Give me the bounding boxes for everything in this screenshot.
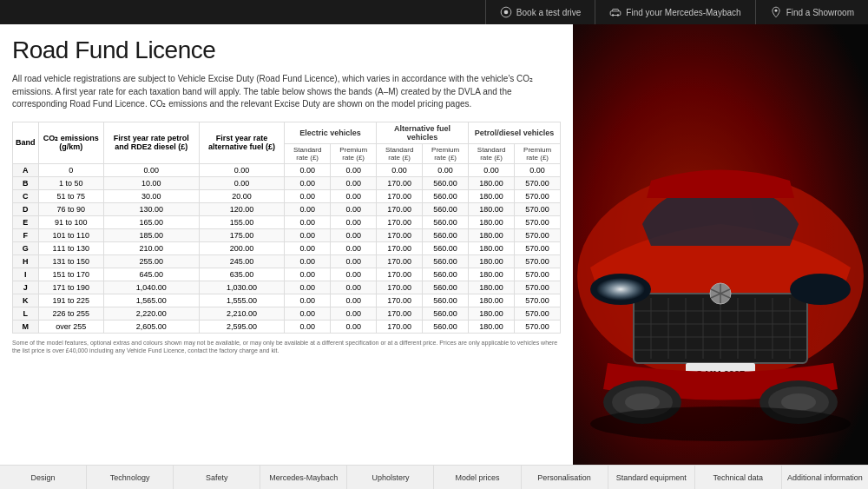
car-image: S·MM 2237	[573, 24, 868, 465]
table-row: B 1 to 50 10.00 0.00 0.00 0.00 170.00 56…	[13, 176, 561, 189]
bottom-nav-item-technical-data[interactable]: Technical data	[695, 466, 782, 489]
table-row: M over 255 2,605.00 2,595.00 0.00 0.00 1…	[13, 320, 561, 333]
nav-find-maybach-label: Find your Mercedes-Maybach	[626, 8, 740, 17]
table-row: K 191 to 225 1,565.00 1,555.00 0.00 0.00…	[13, 294, 561, 307]
svg-point-5	[774, 10, 777, 12]
footer-note: Some of the model features, optional ext…	[12, 339, 561, 354]
table-row: I 151 to 170 645.00 635.00 0.00 0.00 170…	[13, 268, 561, 281]
left-panel: Road Fund Licence All road vehicle regis…	[0, 24, 573, 465]
col-alt-prem: Premium rate (£)	[423, 143, 469, 163]
bottom-nav-item-standard-equipment[interactable]: Standard equipment	[608, 466, 695, 489]
bottom-nav-item-upholstery[interactable]: Upholstery	[347, 466, 434, 489]
svg-point-3	[612, 14, 614, 16]
nav-book-test[interactable]: Book a test drive	[485, 0, 595, 24]
bottom-nav-item-design[interactable]: Design	[0, 466, 87, 489]
bottom-nav-item-safety[interactable]: Safety	[174, 466, 260, 489]
svg-point-4	[617, 14, 619, 16]
svg-point-1	[504, 10, 509, 15]
nav-book-test-label: Book a test drive	[516, 8, 581, 17]
page-title: Road Fund Licence	[12, 36, 561, 64]
bottom-nav-item-additional-information[interactable]: Additional information	[782, 466, 868, 489]
col-alt-std: Standard rate (£)	[377, 143, 423, 163]
svg-point-35	[625, 393, 660, 411]
col-first-year-petrol: First year rate petrol and RDE2 diesel (…	[103, 122, 199, 163]
nav-find-showroom-label: Find a Showroom	[786, 8, 854, 17]
right-panel: S·MM 2237	[573, 24, 868, 465]
col-ev-std: Standard rate (£)	[285, 143, 331, 163]
table-row: C 51 to 75 30.00 20.00 0.00 0.00 170.00 …	[13, 189, 561, 202]
table-row: L 226 to 255 2,220.00 2,210.00 0.00 0.00…	[13, 307, 561, 320]
svg-rect-2	[611, 11, 621, 16]
col-first-year-alt: First year rate alternative fuel (£)	[199, 122, 284, 163]
table-row: F 101 to 110 185.00 175.00 0.00 0.00 170…	[13, 228, 561, 241]
header-petrol: Petrol/diesel vehicles	[468, 122, 560, 143]
col-band: Band	[13, 122, 39, 163]
col-co2: CO₂ emissions (g/km)	[38, 122, 103, 163]
main-content: Road Fund Licence All road vehicle regis…	[0, 24, 868, 465]
tax-table: Band CO₂ emissions (g/km) First year rat…	[12, 122, 561, 334]
col-pet-std: Standard rate (£)	[468, 143, 514, 163]
bottom-nav-item-mercedes-maybach[interactable]: Mercedes-Maybach	[260, 466, 347, 489]
svg-point-25	[596, 278, 645, 301]
bottom-nav-item-technology[interactable]: Technology	[87, 466, 174, 489]
svg-point-38	[781, 393, 816, 411]
top-nav: Book a test drive Find your Mercedes-May…	[0, 0, 868, 24]
table-row: D 76 to 90 130.00 120.00 0.00 0.00 170.0…	[13, 202, 561, 215]
bottom-nav-item-model-prices[interactable]: Model prices	[434, 466, 521, 489]
header-alt: Alternative fuel vehicles	[377, 122, 469, 143]
table-row: J 171 to 190 1,040.00 1,030.00 0.00 0.00…	[13, 281, 561, 294]
svg-point-39	[590, 406, 851, 441]
table-row: H 131 to 150 255.00 245.00 0.00 0.00 170…	[13, 254, 561, 268]
bottom-nav: DesignTechnologySafetyMercedes-MaybachUp…	[0, 465, 868, 489]
svg-point-26	[790, 274, 851, 305]
table-row: A 0 0.00 0.00 0.00 0.00 0.00 0.00 0.00 0…	[13, 163, 561, 176]
table-row: G 111 to 130 210.00 200.00 0.00 0.00 170…	[13, 241, 561, 254]
bottom-nav-item-personalisation[interactable]: Personalisation	[522, 466, 608, 489]
col-pet-prem: Premium rate (£)	[515, 143, 561, 163]
table-row: E 91 to 100 165.00 155.00 0.00 0.00 170.…	[13, 215, 561, 228]
nav-find-showroom[interactable]: Find a Showroom	[755, 0, 868, 24]
header-electric: Electric vehicles	[285, 122, 377, 143]
page-description: All road vehicle registrations are subje…	[12, 73, 561, 111]
col-ev-prem: Premium rate (£)	[331, 143, 377, 163]
nav-find-maybach[interactable]: Find your Mercedes-Maybach	[595, 0, 754, 24]
